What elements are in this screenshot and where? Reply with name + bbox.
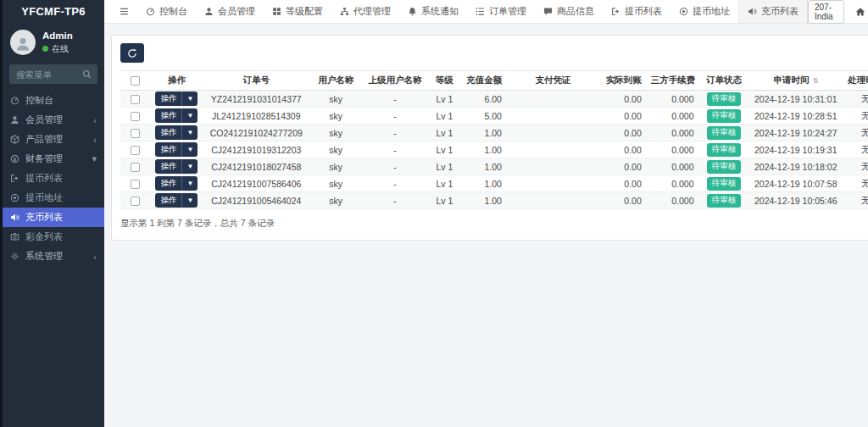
header-apply_time[interactable]: 申请时间⇅ (747, 71, 843, 91)
row-checkbox[interactable] (131, 180, 140, 189)
header-label: 订单状态 (706, 75, 742, 85)
sidebar-item-dashboard[interactable]: 控制台 (3, 91, 104, 110)
row-action-button[interactable]: 操作▼ (155, 193, 198, 208)
menu-toggle-button[interactable] (111, 0, 137, 23)
topnav-item-label: 充币列表 (761, 5, 798, 18)
online-status: 在线 (42, 43, 73, 55)
status-badge: 待审核 (707, 92, 742, 106)
chevron-left-icon: ‹ (93, 252, 97, 262)
cell-action: 操作▼ (149, 141, 203, 158)
sidebar-item-products[interactable]: 产品管理‹ (3, 130, 104, 149)
caret-down-icon: ▼ (181, 108, 198, 123)
row-action-button[interactable]: 操作▼ (155, 125, 198, 140)
row-checkbox[interactable] (131, 129, 140, 138)
recharge-table: 操作订单号用户名称上级用户名称等级充值金额支付凭证实际到账三方手续费订单状态申请… (120, 70, 868, 209)
sidebar-item-label: 产品管理 (25, 133, 63, 146)
row-checkbox[interactable] (131, 163, 140, 172)
sort-icon[interactable]: ⇅ (812, 77, 818, 85)
topnav-item-label: 控制台 (159, 5, 187, 18)
topnav-item-orders[interactable]: 订单管理 (467, 0, 535, 23)
header-action: 操作 (149, 71, 203, 91)
user-icon (10, 115, 19, 125)
content-area: ▾ ▾ 操作订单号用户名称上级用户名称等级充值金额支付凭证实际到账三方手续费订单… (104, 24, 868, 427)
avatar[interactable] (10, 30, 36, 55)
topnav-item-dashboard[interactable]: 控制台 (137, 0, 196, 23)
topnav-item-withdraw-list[interactable]: 提币列表 (603, 0, 670, 23)
sidebar-item-recharge-list[interactable]: 充币列表 (3, 208, 104, 227)
topnav: 控制台会员管理等级配置代理管理系统通知订单管理商品信息提币列表提币地址充币列表 (137, 0, 808, 23)
region-badge[interactable]: 207-India (808, 0, 844, 24)
cell-process_time: 无 (844, 175, 868, 192)
row-action-button[interactable]: 操作▼ (155, 108, 198, 123)
row-action-button[interactable]: 操作▼ (155, 159, 198, 174)
withdraw-icon (10, 174, 19, 183)
sidebar-item-system[interactable]: 系统管理‹ (3, 247, 104, 266)
cell-level: Lv 1 (427, 108, 462, 125)
sidebar-item-withdraw-list[interactable]: 提币列表 (3, 169, 104, 188)
cell-parent: - (363, 141, 427, 158)
cell-checkbox (120, 91, 149, 108)
row-checkbox[interactable] (131, 197, 140, 206)
address-icon (679, 7, 688, 16)
cell-level: Lv 1 (427, 175, 462, 192)
status-badge: 待审核 (707, 109, 742, 123)
topnav-item-withdraw-address[interactable]: 提币地址 (670, 0, 738, 23)
cell-user: sky (309, 91, 363, 108)
topnav-item-label: 商品信息 (557, 5, 594, 18)
cell-status: 待审核 (701, 125, 748, 141)
cell-apply_time: 2024-12-19 10:05:46 (747, 192, 843, 209)
search-icon (82, 69, 92, 79)
cell-actual: 0.00 (598, 125, 648, 141)
table-refresh-button[interactable] (120, 43, 144, 63)
cell-action: 操作▼ (149, 91, 203, 108)
row-checkbox[interactable] (131, 112, 140, 121)
caret-down-icon: ▼ (181, 176, 198, 191)
topnav-item-goods-info[interactable]: 商品信息 (535, 0, 603, 23)
chevron-down-icon: ▾ (92, 153, 97, 164)
cell-user: sky (309, 108, 363, 125)
records-summary: 显示第 1 到第 7 条记录，总共 7 条记录 (120, 218, 868, 230)
cell-process_time: 无 (844, 91, 868, 108)
bonus-icon (10, 232, 19, 241)
cell-parent: - (363, 91, 427, 108)
topnav-item-members[interactable]: 会员管理 (196, 0, 264, 23)
row-action-button[interactable]: 操作▼ (155, 92, 198, 106)
action-label: 操作 (155, 108, 181, 123)
sidebar-item-withdraw-address[interactable]: 提币地址 (3, 188, 104, 208)
home-button[interactable] (855, 7, 865, 17)
topnav-item-recharge-list[interactable]: 充币列表 (738, 0, 808, 23)
list-icon (476, 7, 485, 16)
sidebar-item-finance[interactable]: 财务管理▾ (3, 149, 104, 169)
cell-process_time: 无 (844, 158, 868, 175)
table-row: 操作▼CO2412191024277209sky-Lv 11.000.000.0… (120, 125, 868, 141)
cell-user: sky (309, 192, 363, 209)
row-action-button[interactable]: 操作▼ (155, 142, 198, 157)
header-user: 用户名称 (309, 71, 363, 91)
topnav-item-label: 系统通知 (421, 5, 459, 18)
cell-apply_time: 2024-12-19 10:19:31 (747, 141, 843, 158)
sidebar-item-bonus-list[interactable]: 彩金列表 (3, 227, 104, 247)
select-all-checkbox[interactable] (131, 76, 140, 86)
topnav-item-agents[interactable]: 代理管理 (331, 0, 399, 23)
table-row: 操作▼CJ2412191007586406sky-Lv 11.000.000.0… (120, 175, 868, 192)
cell-order_no: CO2412191024277209 (203, 125, 309, 141)
row-checkbox[interactable] (131, 95, 140, 104)
hamburger-icon (120, 7, 129, 16)
topnav-item-notifications[interactable]: 系统通知 (399, 0, 467, 23)
header-parent: 上级用户名称 (363, 71, 427, 91)
cell-status: 待审核 (701, 158, 748, 175)
recharge-icon (10, 213, 19, 222)
cell-level: Lv 1 (427, 141, 462, 158)
table-row: 操作▼YZ2412191031014377sky-Lv 16.000.000.0… (120, 91, 868, 108)
sidebar-item-members[interactable]: 会员管理‹ (3, 110, 104, 130)
sidebar-item-label: 会员管理 (25, 114, 63, 126)
cell-user: sky (309, 141, 363, 158)
sidebar-search (9, 64, 97, 84)
cell-voucher (509, 141, 598, 158)
cell-actual: 0.00 (598, 108, 648, 125)
topnav-item-level-config[interactable]: 等级配置 (264, 0, 331, 23)
row-checkbox[interactable] (131, 146, 140, 155)
caret-down-icon: ▼ (181, 125, 198, 140)
row-action-button[interactable]: 操作▼ (155, 176, 198, 191)
cell-action: 操作▼ (149, 108, 203, 125)
